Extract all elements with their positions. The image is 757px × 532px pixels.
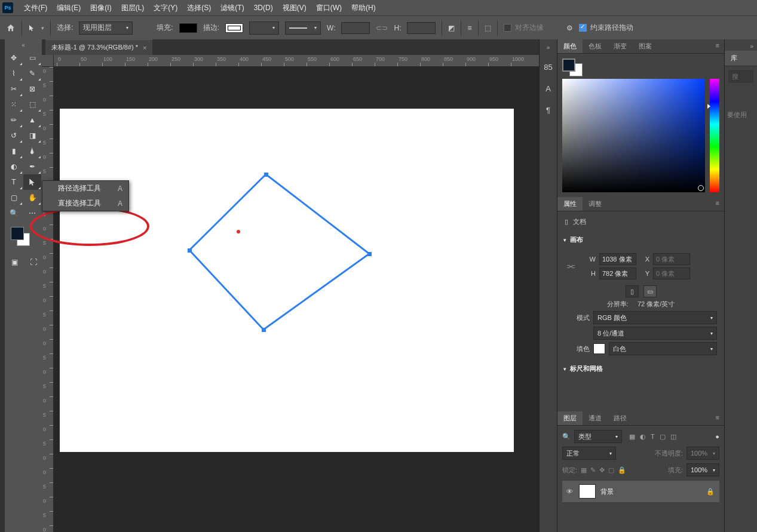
doc-tab[interactable]: 未标题-1 @ 73.3%(RGB/8#) * × xyxy=(45,39,152,55)
lasso-tool[interactable]: ⌇ xyxy=(5,66,23,81)
hand-tool[interactable]: ✋ xyxy=(23,190,41,205)
strip-icon-3[interactable]: ¶ xyxy=(543,104,554,115)
menu-filter[interactable]: 滤镜(T) xyxy=(216,3,249,13)
menu-3d[interactable]: 3D(D) xyxy=(249,4,278,12)
canvas[interactable] xyxy=(60,109,514,452)
edit-toolbar[interactable]: ⋯ xyxy=(23,205,41,221)
path-anchor[interactable] xyxy=(262,328,266,332)
search-icon[interactable]: 🔍 xyxy=(562,433,571,441)
menu-help[interactable]: 帮助(H) xyxy=(347,3,381,13)
canvas-viewport[interactable] xyxy=(54,67,539,532)
panel-menu-icon[interactable]: ≡ xyxy=(711,39,724,53)
type-tool[interactable]: T xyxy=(5,174,23,190)
tab-libraries[interactable]: 库 xyxy=(725,51,757,66)
path-anchor[interactable] xyxy=(264,173,268,177)
stroke-style-dropdown[interactable]: ▾ xyxy=(285,21,321,35)
align-icon[interactable]: ≡ xyxy=(467,24,471,32)
menu-file[interactable]: 文件(F) xyxy=(19,3,52,13)
layer-filter-dropdown[interactable]: 类型▾ xyxy=(574,430,622,443)
menu-window[interactable]: 窗口(W) xyxy=(311,3,347,13)
arrange-icon[interactable]: ⬚ xyxy=(485,24,491,32)
bits-dropdown[interactable]: 8 位/通道▾ xyxy=(593,327,717,340)
marquee-tool[interactable]: ▭ xyxy=(23,50,41,66)
hue-slider[interactable] xyxy=(710,79,719,192)
path-anchor[interactable] xyxy=(188,248,192,253)
zoom-tool[interactable]: 🔍 xyxy=(5,205,23,221)
select-scope-dropdown[interactable]: 现用图层▾ xyxy=(79,21,133,35)
layer-thumbnail[interactable] xyxy=(579,484,596,499)
saturation-value-picker[interactable] xyxy=(562,79,705,192)
fill-color-swatch[interactable] xyxy=(593,343,605,354)
gradient-tool[interactable]: ▮ xyxy=(5,143,23,159)
quick-mask-toggle[interactable]: ▣ xyxy=(6,254,23,270)
library-search-input[interactable] xyxy=(728,70,753,83)
layer-fill-dropdown[interactable]: 100%▾ xyxy=(686,463,719,476)
filter-type-icon[interactable]: T xyxy=(651,433,655,441)
crop-tool[interactable]: ✂ xyxy=(5,81,23,97)
path-selection-tool[interactable] xyxy=(23,174,41,190)
ruler-grid-section-header[interactable]: ▾标尺和网格 xyxy=(557,361,724,376)
screen-mode-toggle[interactable]: ⛶ xyxy=(25,254,42,270)
close-icon[interactable]: × xyxy=(143,44,146,51)
height-input[interactable] xyxy=(407,22,436,34)
color-mode-dropdown[interactable]: RGB 颜色▾ xyxy=(593,311,717,324)
width-input[interactable] xyxy=(341,22,370,34)
menu-type[interactable]: 文字(Y) xyxy=(149,3,182,13)
history-brush-tool[interactable]: ↺ xyxy=(5,128,23,143)
align-edges-checkbox[interactable]: 对齐边缘 xyxy=(504,23,544,33)
menu-view[interactable]: 视图(V) xyxy=(278,3,311,13)
color-swatches[interactable] xyxy=(5,227,42,251)
menu-select[interactable]: 选择(S) xyxy=(182,3,216,13)
tab-paths[interactable]: 路径 xyxy=(608,411,633,425)
lock-all-icon[interactable]: 🔒 xyxy=(618,466,626,474)
gear-icon[interactable]: ⚙ xyxy=(566,24,573,32)
menu-edit[interactable]: 编辑(E) xyxy=(52,3,85,13)
clone-stamp-tool[interactable]: ▲ xyxy=(23,112,41,128)
foreground-color[interactable] xyxy=(11,227,24,240)
orientation-landscape-button[interactable]: ▭ xyxy=(643,285,657,297)
canvas-width-input[interactable] xyxy=(599,253,636,265)
panel-menu-icon[interactable]: ≡ xyxy=(711,411,724,425)
eyedropper-tool[interactable]: ⁙ xyxy=(5,97,23,112)
flyout-direct-selection[interactable]: 直接选择工具 A xyxy=(42,196,128,211)
orientation-portrait-button[interactable]: ▯ xyxy=(626,285,639,297)
move-tool[interactable]: ✥ xyxy=(5,50,23,66)
panel-menu-icon[interactable]: ≡ xyxy=(711,197,724,211)
stroke-width-dropdown[interactable]: ▾ xyxy=(249,21,279,35)
stroke-swatch[interactable] xyxy=(225,23,243,33)
filter-adjust-icon[interactable]: ◐ xyxy=(640,433,646,441)
healing-tool[interactable]: ⬚ xyxy=(23,97,41,112)
strip-icon-2[interactable]: A xyxy=(543,83,554,94)
filter-toggle[interactable]: ● xyxy=(715,433,719,440)
menu-image[interactable]: 图像(I) xyxy=(85,3,116,13)
brush-tool[interactable]: ✏ xyxy=(5,112,23,128)
blur-tool[interactable]: 🌢 xyxy=(23,143,41,159)
filter-pixel-icon[interactable]: ▦ xyxy=(629,433,635,441)
constrain-path-checkbox[interactable]: 约束路径拖动 xyxy=(579,23,633,33)
visibility-toggle-icon[interactable]: 👁 xyxy=(565,488,574,495)
flyout-path-selection[interactable]: 路径选择工具 A xyxy=(42,181,128,196)
tab-properties[interactable]: 属性 xyxy=(557,197,583,211)
tab-patterns[interactable]: 图案 xyxy=(633,39,658,53)
strip-icon-1[interactable]: 85 xyxy=(543,61,554,72)
tab-channels[interactable]: 通道 xyxy=(583,411,608,425)
eraser-tool[interactable]: ◨ xyxy=(23,128,41,143)
canvas-section-header[interactable]: ▾画布 xyxy=(557,232,724,247)
rectangle-tool[interactable]: ▢ xyxy=(5,190,23,205)
tab-color[interactable]: 颜色 xyxy=(557,39,583,53)
link-wh-icon[interactable]: ⊂⊃ xyxy=(376,24,388,32)
toolbox-collapse-icon[interactable]: « xyxy=(5,42,42,50)
lock-artboard-icon[interactable]: ▢ xyxy=(608,466,614,474)
tab-swatches[interactable]: 色板 xyxy=(583,39,608,53)
fill-swatch[interactable] xyxy=(179,23,197,33)
link-wh-icon[interactable]: ⫘ xyxy=(566,261,575,272)
path-selection-tool-icon[interactable] xyxy=(28,24,35,32)
home-icon[interactable] xyxy=(6,23,16,33)
frame-tool[interactable]: ⊠ xyxy=(23,81,41,97)
fill-color-dropdown[interactable]: 白色▾ xyxy=(609,342,717,355)
tab-gradients[interactable]: 渐变 xyxy=(608,39,633,53)
filter-smart-icon[interactable]: ◫ xyxy=(670,433,676,441)
lock-position-icon[interactable]: ✥ xyxy=(599,466,605,474)
tab-layers[interactable]: 图层 xyxy=(557,411,583,425)
canvas-height-input[interactable] xyxy=(599,267,636,279)
